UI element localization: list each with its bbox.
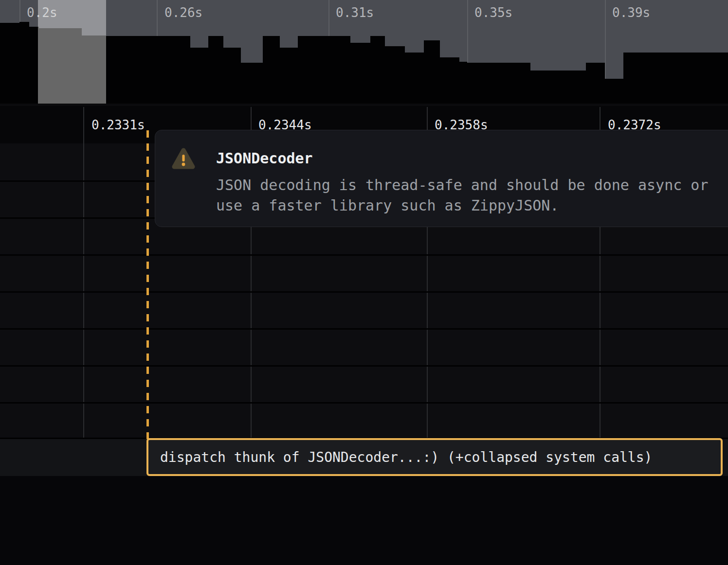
- selected-frame-label: dispatch thunk of JSONDecoder...:) (+col…: [160, 449, 652, 465]
- warning-tooltip: JSONDecoder JSON decoding is thread-safe…: [155, 130, 728, 227]
- row-separator-2: [0, 254, 728, 256]
- tooltip-title: JSONDecoder: [216, 150, 313, 167]
- collapsed-rows-region: [0, 476, 728, 565]
- minimap-time-label-2: 0.31s: [336, 5, 374, 20]
- selection-marker-dashed-line: [146, 130, 149, 439]
- ruler-time-label-0: 0.2331s: [91, 118, 145, 132]
- tooltip-body: JSON decoding is thread-safe and should …: [216, 175, 708, 216]
- timeline-minimap[interactable]: 0.2s0.26s0.31s0.35s0.39s: [0, 0, 728, 104]
- tooltip-body-line2: use a faster library such as ZippyJSON.: [216, 197, 559, 214]
- minimap-depth-bar-2: [29, 27, 39, 104]
- tooltip-body-line1: JSON decoding is thread-safe and should …: [216, 177, 708, 194]
- minimap-depth-bar-1: [19, 22, 29, 104]
- minimap-depth-bar-0: [0, 23, 19, 104]
- minimap-depth-bar-11: [280, 48, 298, 104]
- minimap-depth-bar-15: [385, 46, 405, 104]
- row-separator-5: [0, 365, 728, 367]
- profiler-trace-view: 0.2s0.26s0.31s0.35s0.39s 0.2331s0.2344s0…: [0, 0, 728, 565]
- row-separator-3: [0, 291, 728, 293]
- minimap-depth-bar-22: [586, 63, 605, 104]
- minimap-depth-bar-21: [530, 71, 586, 104]
- minimap-depth-bar-13: [350, 43, 370, 104]
- minimap-depth-bar-20: [467, 63, 530, 104]
- minimap-depth-bar-8: [223, 48, 241, 104]
- minimap-depth-bar-17: [424, 40, 440, 104]
- selected-frame-row[interactable]: dispatch thunk of JSONDecoder...:) (+col…: [146, 438, 723, 476]
- minimap-depth-bar-5: [106, 36, 190, 104]
- minimap-depth-bar-10: [263, 36, 280, 104]
- minimap-depth-bar-23: [605, 79, 623, 104]
- minimap-depth-bar-18: [440, 57, 459, 104]
- minimap-depth-bar-14: [370, 36, 385, 104]
- minimap-depth-bar-16: [405, 53, 424, 104]
- minimap-depth-bar-24: [623, 53, 728, 104]
- minimap-depth-bar-7: [208, 36, 223, 104]
- minimap-depth-bar-12: [298, 36, 350, 104]
- row-separator-4: [0, 328, 728, 330]
- row-separator-6: [0, 402, 728, 404]
- minimap-depth-bar-6: [190, 48, 208, 104]
- warning-triangle-icon: [171, 147, 196, 170]
- minimap-time-label-3: 0.35s: [474, 5, 512, 20]
- minimap-depth-bar-19: [459, 62, 467, 104]
- minimap-time-label-1: 0.26s: [164, 5, 202, 20]
- minimap-depth-bar-9: [241, 63, 263, 104]
- minimap-time-label-4: 0.39s: [612, 5, 650, 20]
- minimap-selection-overlay[interactable]: [38, 0, 106, 104]
